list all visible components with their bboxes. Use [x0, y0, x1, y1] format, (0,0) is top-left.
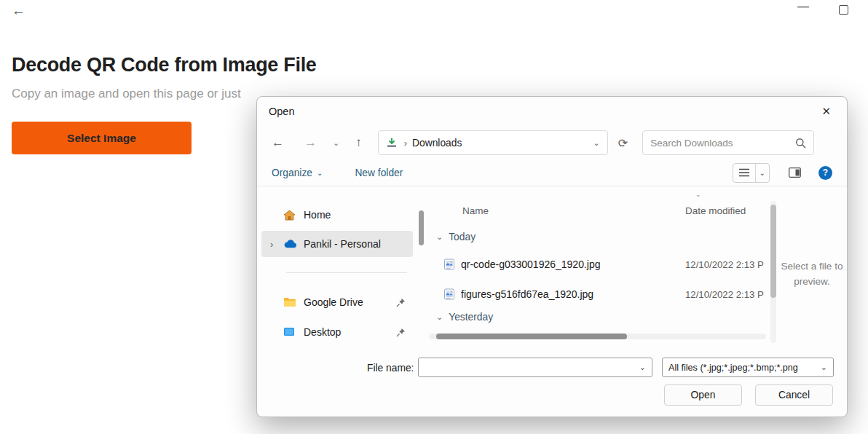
file-name-dropdown-icon[interactable]: ⌄	[634, 363, 652, 372]
search-icon[interactable]	[795, 138, 806, 149]
browser-back-icon[interactable]: ←	[12, 3, 25, 19]
file-row[interactable]: qr-code-g033001926_1920.jpg 12/10/2022 2…	[443, 252, 769, 277]
maximize-icon[interactable]	[839, 5, 848, 15]
page-subtitle: Copy an image and open this page or just	[12, 87, 241, 101]
close-icon[interactable]: ✕	[817, 103, 835, 119]
sidebar-scrollbar-thumb[interactable]	[419, 210, 424, 245]
search-box	[642, 130, 814, 155]
file-type-value: All files (*.jpg;*.jpeg;*.bmp;*.png	[663, 363, 815, 373]
page-title: Decode QR Code from Image File	[12, 54, 317, 76]
file-name-input[interactable]	[419, 362, 634, 373]
file-type-select[interactable]: All files (*.jpg;*.jpeg;*.bmp;*.png ⌄	[662, 358, 834, 377]
group-label: Today	[449, 232, 476, 242]
horizontal-scrollbar[interactable]	[429, 334, 766, 339]
address-bar[interactable]: › Downloads ⌄	[378, 130, 608, 155]
dialog-footer: File name: ⌄ All files (*.jpg;*.jpeg;*.b…	[257, 354, 847, 417]
group-collapse-icon[interactable]: ⌄	[436, 232, 443, 242]
home-icon	[283, 210, 304, 221]
file-name-label: File name:	[367, 363, 414, 374]
image-file-icon	[443, 288, 455, 300]
organize-button[interactable]: Organize ⌄	[272, 167, 323, 178]
nav-recent-locations-icon[interactable]: ⌄	[333, 138, 339, 148]
pin-icon	[396, 298, 406, 307]
open-file-dialog: Open ✕ ← → ⌄ ↑ › Downloads ⌄ ⟳ Organize …	[256, 96, 848, 417]
dialog-title: Open	[269, 106, 294, 117]
file-list: ⌄ Name Date modified ⌄ Today qr-code-g03…	[429, 186, 769, 355]
sort-indicator-icon: ⌄	[695, 191, 701, 198]
sidebar-item-label: Home	[304, 209, 331, 221]
sidebar-item-desktop[interactable]: Desktop	[261, 319, 413, 345]
file-type-dropdown-icon[interactable]: ⌄	[815, 363, 833, 372]
view-mode-button[interactable]: ⌄	[733, 163, 770, 183]
file-date-modified: 12/10/2022 2:13 P	[685, 259, 769, 270]
file-date-modified: 12/10/2022 2:13 P	[685, 289, 769, 300]
nav-up-icon[interactable]: ↑	[355, 135, 362, 150]
file-list-scrollbar[interactable]	[770, 201, 776, 343]
organize-dropdown-icon: ⌄	[317, 169, 323, 177]
preview-empty-text: Select a file to preview.	[778, 259, 845, 290]
sidebar-item-onedrive-personal[interactable]: › Pankil - Personal	[261, 231, 413, 257]
folder-icon	[283, 297, 304, 307]
dialog-titlebar: Open ✕	[257, 97, 847, 126]
breadcrumb-chevron-icon: ›	[404, 138, 407, 149]
downloads-icon	[386, 137, 399, 149]
column-header-date-modified[interactable]: Date modified	[685, 205, 746, 216]
chevron-right-icon[interactable]: ›	[261, 239, 283, 250]
organize-label: Organize	[272, 167, 312, 178]
address-dropdown-icon[interactable]: ⌄	[593, 138, 600, 148]
group-header-today[interactable]: ⌄ Today	[436, 232, 476, 242]
sidebar-item-label: Pankil - Personal	[304, 238, 381, 250]
file-name-combobox: ⌄	[418, 358, 652, 377]
list-view-icon[interactable]	[733, 164, 755, 182]
sidebar-item-google-drive[interactable]: Google Drive	[261, 289, 413, 315]
onedrive-cloud-icon	[283, 240, 304, 248]
open-button[interactable]: Open	[664, 384, 742, 406]
dialog-toolbar: Organize ⌄ New folder ⌄ ?	[257, 159, 847, 186]
preview-pane-toggle-icon[interactable]	[789, 167, 801, 178]
help-icon[interactable]: ?	[818, 166, 832, 180]
group-collapse-icon[interactable]: ⌄	[436, 312, 443, 322]
sidebar-divider	[286, 272, 407, 273]
new-folder-button[interactable]: New folder	[355, 167, 403, 178]
cancel-button[interactable]: Cancel	[755, 384, 833, 406]
file-name: qr-code-g033001926_1920.jpg	[461, 259, 601, 270]
sidebar-item-label: Desktop	[304, 326, 341, 338]
file-list-scrollbar-thumb[interactable]	[770, 205, 776, 298]
desktop-icon	[283, 327, 304, 337]
horizontal-scrollbar-thumb[interactable]	[436, 334, 627, 339]
nav-forward-icon[interactable]: →	[304, 135, 317, 150]
dialog-body: Home › Pankil - Personal Google Drive	[257, 186, 847, 355]
group-header-yesterday[interactable]: ⌄ Yesterday	[436, 312, 493, 323]
select-image-button[interactable]: Select Image	[12, 122, 192, 154]
view-mode-dropdown-icon[interactable]: ⌄	[755, 164, 769, 182]
sidebar-item-home[interactable]: Home	[261, 202, 413, 228]
breadcrumb-downloads[interactable]: Downloads	[412, 138, 462, 149]
nav-back-icon[interactable]: ←	[272, 135, 284, 150]
pin-icon	[396, 328, 406, 337]
column-header-name[interactable]: Name	[462, 205, 489, 216]
minimize-icon[interactable]: —	[797, 0, 809, 13]
image-file-icon	[443, 259, 455, 270]
sidebar-item-label: Google Drive	[304, 296, 363, 308]
file-row[interactable]: figures-g516fd67ea_1920.jpg 12/10/2022 2…	[443, 282, 769, 307]
group-label: Yesterday	[449, 312, 493, 323]
refresh-icon[interactable]: ⟳	[618, 136, 628, 150]
new-folder-label: New folder	[355, 167, 403, 178]
search-input[interactable]	[650, 138, 795, 149]
preview-pane: Select a file to preview.	[778, 186, 845, 355]
file-name: figures-g516fd67ea_1920.jpg	[461, 288, 593, 300]
navigation-row: ← → ⌄ ↑ › Downloads ⌄ ⟳	[257, 126, 847, 159]
